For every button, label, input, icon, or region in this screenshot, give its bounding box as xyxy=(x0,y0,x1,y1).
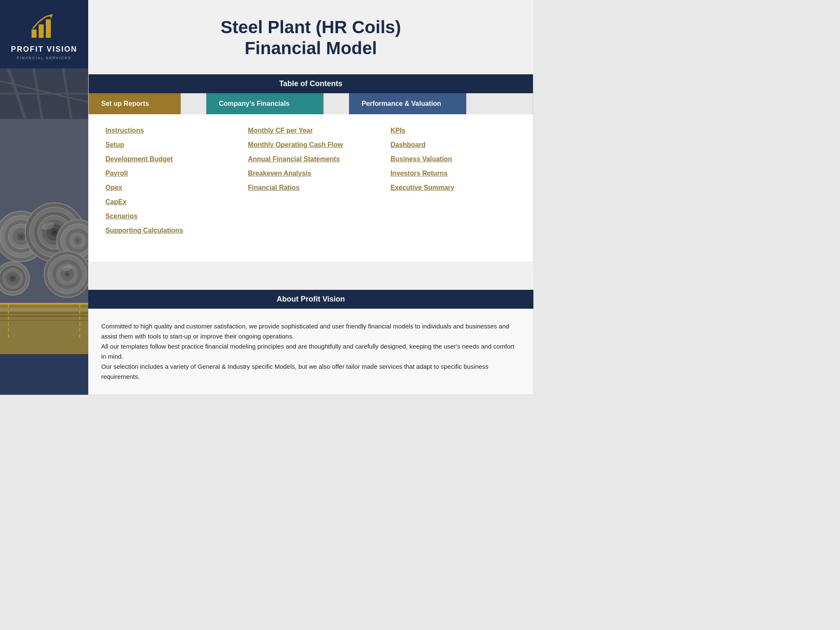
link-monthly-operating-cf[interactable]: Monthly Operating Cash Flow xyxy=(248,141,373,149)
logo-area: PROFIT VISION FINANCIAL SERVICES xyxy=(3,0,86,68)
link-development-budget[interactable]: Development Budget xyxy=(105,155,231,163)
about-paragraph2: All our templates follow best practice f… xyxy=(101,341,520,362)
header-area: Steel Plant (HR Coils) Financial Model xyxy=(88,0,533,74)
svg-point-31 xyxy=(53,231,56,234)
link-instructions[interactable]: Instructions xyxy=(105,127,231,134)
brand-tagline: FINANCIAL SERVICES xyxy=(17,56,72,60)
tab-empty xyxy=(467,93,533,114)
about-paragraph1: Committed to high quality and customer s… xyxy=(101,321,520,341)
svg-rect-1 xyxy=(39,24,44,38)
sidebar: PROFIT VISION FINANCIAL SERVICES xyxy=(0,0,88,395)
tab-gap-2 xyxy=(324,93,349,114)
link-kpis[interactable]: KPIs xyxy=(391,127,516,134)
svg-point-50 xyxy=(66,273,68,276)
tab-gap-1 xyxy=(181,93,206,114)
logo-icon xyxy=(29,13,59,40)
toc-column-setup: Instructions Setup Development Budget Pa… xyxy=(97,123,239,245)
link-dashboard[interactable]: Dashboard xyxy=(391,141,516,149)
about-body: Committed to high quality and customer s… xyxy=(88,309,533,395)
link-financial-ratios[interactable]: Financial Ratios xyxy=(248,184,373,192)
tab-setup[interactable]: Set up Reports xyxy=(89,93,181,114)
svg-point-43 xyxy=(11,277,14,280)
link-capex[interactable]: CapEx xyxy=(105,198,231,206)
link-annual-financial-statements[interactable]: Annual Financial Statements xyxy=(248,155,373,163)
link-business-valuation[interactable]: Business Valuation xyxy=(391,155,516,163)
about-text: Committed to high quality and customer s… xyxy=(101,321,520,382)
toc-column-performance: KPIs Dashboard Business Valuation Invest… xyxy=(382,123,525,245)
svg-rect-13 xyxy=(0,312,88,314)
toc-links-area: Instructions Setup Development Budget Pa… xyxy=(89,114,533,262)
main-content: Steel Plant (HR Coils) Financial Model T… xyxy=(88,0,533,395)
svg-rect-12 xyxy=(0,308,88,311)
svg-rect-0 xyxy=(32,29,37,38)
sidebar-image xyxy=(0,68,88,395)
svg-rect-2 xyxy=(46,19,51,38)
toc-column-financials: Monthly CF per Year Monthly Operating Ca… xyxy=(239,123,382,245)
toc-header: Table of Contents xyxy=(89,74,533,93)
title-line1: Steel Plant (HR Coils) xyxy=(113,17,508,38)
link-investors-returns[interactable]: Investors Returns xyxy=(391,170,516,177)
svg-rect-53 xyxy=(0,303,88,304)
toc-tabs: Set up Reports Company's Financials Perf… xyxy=(89,93,533,114)
toc-section: Table of Contents Set up Reports Company… xyxy=(88,74,533,262)
link-setup[interactable]: Setup xyxy=(105,141,231,149)
svg-point-23 xyxy=(19,235,23,238)
title-line2: Financial Model xyxy=(113,38,508,59)
steel-coils-svg xyxy=(0,68,88,354)
link-executive-summary[interactable]: Executive Summary xyxy=(391,184,516,192)
tab-performance[interactable]: Performance & Valuation xyxy=(349,93,467,114)
link-supporting-calculations[interactable]: Supporting Calculations xyxy=(105,227,231,234)
link-breakeven-analysis[interactable]: Breakeven Analysis xyxy=(248,170,373,177)
page-wrapper: PROFIT VISION FINANCIAL SERVICES xyxy=(0,0,533,395)
tab-financials[interactable]: Company's Financials xyxy=(206,93,324,114)
about-section: About Profit Vision Committed to high qu… xyxy=(88,290,533,395)
svg-point-37 xyxy=(76,239,79,242)
brand-name: PROFIT VISION xyxy=(11,45,77,54)
about-header: About Profit Vision xyxy=(88,290,533,309)
link-monthly-cf[interactable]: Monthly CF per Year xyxy=(248,127,373,134)
link-opex[interactable]: Opex xyxy=(105,184,231,192)
about-paragraph3: Our selection includes a variety of Gene… xyxy=(101,362,520,382)
link-payroll[interactable]: Payroll xyxy=(105,170,231,177)
main-title: Steel Plant (HR Coils) Financial Model xyxy=(113,17,508,59)
link-scenarios[interactable]: Scenarios xyxy=(105,213,231,220)
